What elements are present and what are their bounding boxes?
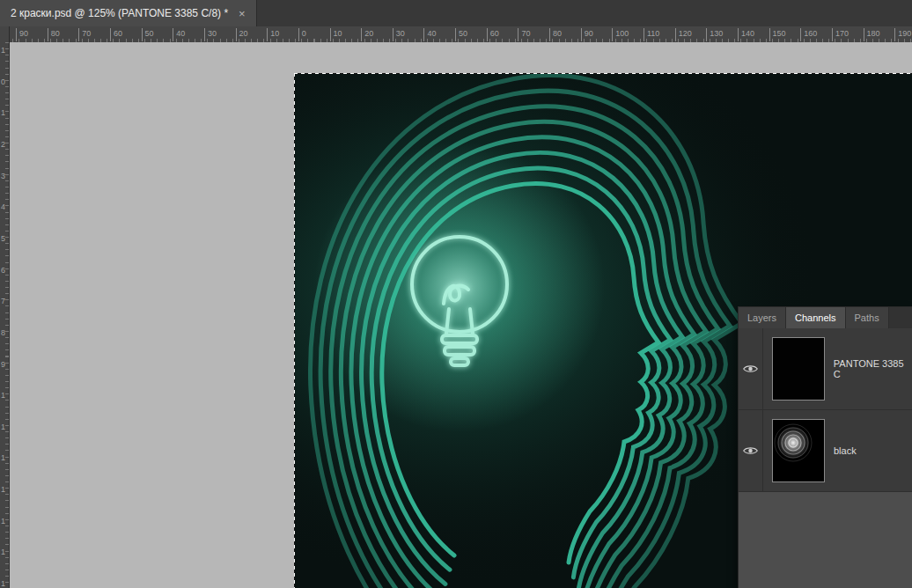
ruler-number: 1 xyxy=(1,517,9,526)
ruler-number: 40 xyxy=(173,28,185,41)
ruler-number: 60 xyxy=(487,28,499,41)
ruler-number: 30 xyxy=(393,28,405,41)
tab-paths[interactable]: Paths xyxy=(846,307,889,328)
channel-name: black xyxy=(834,445,857,456)
tab-channels[interactable]: Channels xyxy=(786,307,845,328)
ruler-number: 5 xyxy=(1,234,9,243)
channel-name: PANTONE 3385 C xyxy=(834,358,912,379)
ruler-number: 6 xyxy=(1,266,9,275)
ruler-number: 20 xyxy=(236,28,248,41)
ruler-number: 1 xyxy=(1,453,9,462)
ruler-number: 80 xyxy=(549,28,562,41)
ruler-number: 1 xyxy=(1,423,9,431)
ruler-number: 100 xyxy=(612,28,629,41)
vertical-ruler: 101234567891111111 xyxy=(0,42,10,588)
ruler-corner xyxy=(0,26,10,43)
ruler-number: 1 xyxy=(1,46,9,55)
visibility-toggle[interactable] xyxy=(739,328,763,409)
channel-thumbnail-black[interactable] xyxy=(772,419,825,482)
ruler-number: 140 xyxy=(738,28,754,41)
ruler-number: 0 xyxy=(298,28,306,41)
channels-list: PANTONE 3385 C xyxy=(739,328,912,588)
channel-row-black[interactable]: black xyxy=(739,410,912,492)
ruler-number: 3 xyxy=(1,172,9,180)
ruler-number: 4 xyxy=(1,202,9,211)
ruler-number: 180 xyxy=(864,28,880,41)
ruler-number: 70 xyxy=(78,28,91,41)
ruler-number: 20 xyxy=(361,28,373,41)
visibility-toggle[interactable] xyxy=(739,410,763,491)
ruler-number: 10 xyxy=(330,28,342,41)
ruler-number: 160 xyxy=(800,28,817,41)
ruler-number: 80 xyxy=(48,28,60,41)
ruler-number: 70 xyxy=(518,28,530,41)
document-tab-title: 2 краски.psd @ 125% (PANTONE 3385 C/8) * xyxy=(11,7,228,19)
ruler-number: 130 xyxy=(706,28,723,41)
eye-icon xyxy=(743,445,758,456)
ruler-number: 10 xyxy=(267,28,279,41)
ruler-number: 150 xyxy=(769,28,786,41)
ruler-number: 190 xyxy=(894,28,911,41)
ruler-number: 60 xyxy=(110,28,122,41)
ruler-number: 1 xyxy=(1,579,9,588)
document-tab[interactable]: 2 краски.psd @ 125% (PANTONE 3385 C/8) *… xyxy=(0,0,257,26)
ruler-number: 90 xyxy=(16,28,28,41)
eye-icon xyxy=(743,364,758,374)
selection-marquee-top xyxy=(294,73,912,74)
ruler-number: 8 xyxy=(1,328,9,337)
ruler-number: 1 xyxy=(1,391,9,400)
ruler-number: 7 xyxy=(1,297,9,305)
ruler-number: 1 xyxy=(1,548,9,556)
ruler-number: 120 xyxy=(675,28,692,41)
channels-panel: Layers Channels Paths PANTONE 3385 C xyxy=(738,306,912,588)
ruler-number: 0 xyxy=(1,77,9,86)
close-icon[interactable]: × xyxy=(239,8,246,19)
ruler-number: 170 xyxy=(832,28,849,41)
panel-tab-bar: Layers Channels Paths xyxy=(739,307,912,328)
ruler-number: 1 xyxy=(1,108,9,117)
channel-thumbnail-art xyxy=(773,420,824,481)
ruler-number: 9 xyxy=(1,360,9,369)
ruler-number: 50 xyxy=(455,28,467,41)
channel-thumbnail-pantone[interactable] xyxy=(772,337,825,401)
ruler-number: 1 xyxy=(1,485,9,494)
horizontal-ruler: 9080706050403020100102030405060708090100… xyxy=(0,26,912,43)
ruler-number: 110 xyxy=(644,28,659,41)
ruler-number: 30 xyxy=(204,28,217,41)
ruler-number: 90 xyxy=(581,28,593,41)
ruler-number: 40 xyxy=(423,28,436,41)
document-tab-bar: 2 краски.psd @ 125% (PANTONE 3385 C/8) *… xyxy=(0,0,912,27)
ruler-number: 50 xyxy=(142,28,154,41)
channel-row-pantone[interactable]: PANTONE 3385 C xyxy=(739,328,912,410)
tab-layers[interactable]: Layers xyxy=(739,307,786,328)
ruler-number: 2 xyxy=(1,140,9,149)
selection-marquee-left xyxy=(294,73,295,588)
